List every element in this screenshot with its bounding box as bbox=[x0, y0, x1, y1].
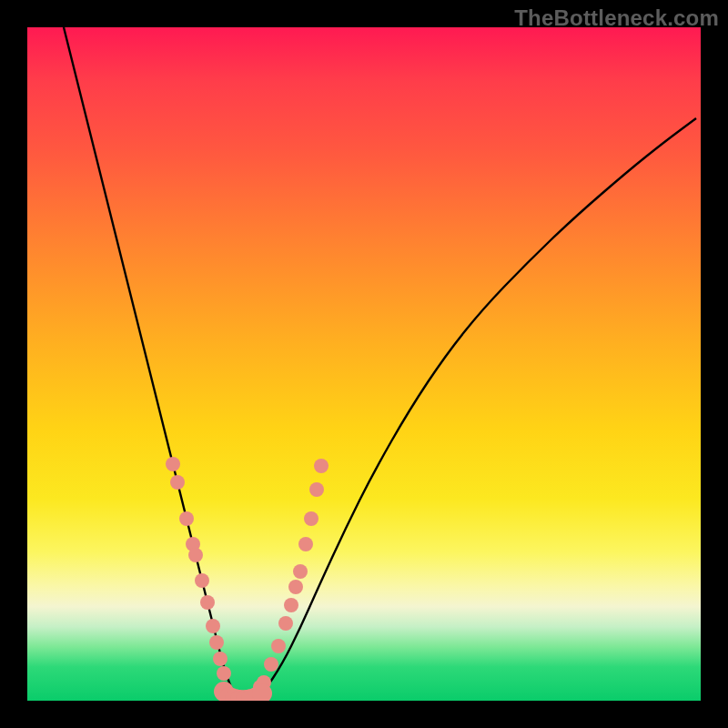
marker-dot bbox=[314, 459, 329, 473]
marker-dot bbox=[264, 657, 278, 672]
watermark-text: TheBottleneck.com bbox=[514, 5, 719, 31]
marker-dot bbox=[304, 511, 318, 526]
marker-dot bbox=[209, 635, 224, 650]
marker-dot bbox=[170, 475, 185, 490]
marker-dot bbox=[213, 652, 228, 666]
marker-dot bbox=[278, 616, 293, 631]
marker-dot bbox=[288, 580, 303, 594]
marker-dot bbox=[166, 457, 180, 471]
marker-dot bbox=[284, 598, 298, 612]
marker-dot bbox=[200, 595, 215, 610]
marker-dot bbox=[188, 548, 203, 562]
marker-dot bbox=[271, 639, 286, 653]
curve-markers bbox=[27, 27, 701, 701]
marker-dot bbox=[179, 511, 194, 526]
plot-area bbox=[27, 27, 701, 701]
marker-dot bbox=[217, 666, 231, 681]
marker-dot bbox=[309, 482, 324, 497]
marker-dot bbox=[293, 564, 308, 579]
chart-frame: TheBottleneck.com bbox=[0, 0, 728, 728]
marker-dot bbox=[195, 573, 209, 588]
marker-dot bbox=[206, 619, 220, 633]
marker-dot bbox=[298, 537, 313, 551]
